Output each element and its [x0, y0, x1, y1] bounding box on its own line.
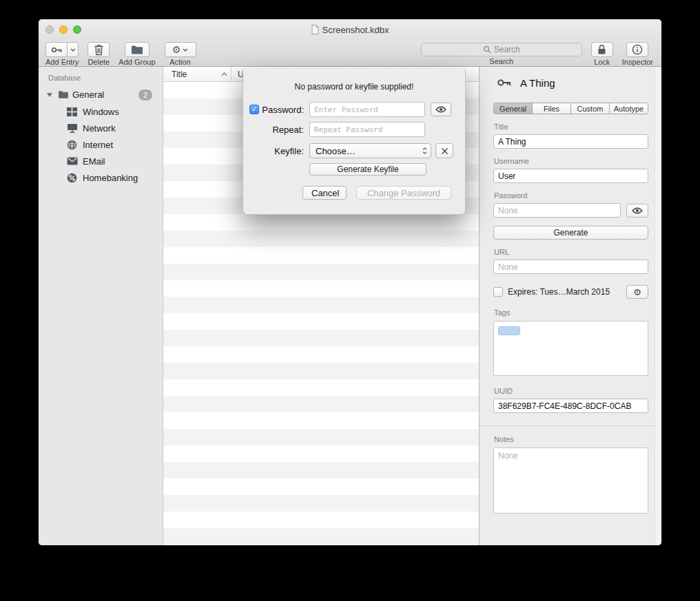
gear-icon: ⚙ [172, 45, 181, 54]
action-label: Action [169, 58, 191, 66]
expires-row: Expires: Tues…March 2015 ⚙ [493, 285, 648, 299]
password-row: ✓ Password: [243, 102, 465, 117]
search-icon [483, 45, 491, 54]
toolbar-item-action: ⚙ Action [165, 42, 196, 66]
action-button[interactable]: ⚙ [165, 42, 196, 57]
windows-icon [66, 107, 78, 116]
sidebar-item-email[interactable]: EMail [39, 153, 163, 169]
keyfile-label-group: Keyfile: [249, 146, 304, 156]
entry-title: A Thing [520, 77, 555, 89]
inspector-label: Inspector [622, 58, 653, 66]
repeat-label-group: Repeat: [249, 125, 304, 135]
key-icon [51, 44, 63, 56]
zoom-button[interactable] [73, 25, 81, 34]
password-field[interactable] [493, 203, 621, 218]
sidebar-item-internet[interactable]: Internet [39, 136, 163, 153]
inspector-panel: A Thing General Files Custom Autotype Ti… [479, 67, 661, 545]
uuid-field[interactable] [493, 399, 648, 413]
keyfile-popup-button[interactable]: Choose… [309, 143, 431, 158]
close-button[interactable] [45, 25, 54, 34]
tab-autotype[interactable]: Autotype [609, 103, 648, 114]
tag-chip[interactable] [498, 326, 520, 335]
entry-header: A Thing [493, 75, 648, 90]
sidebar-item-label: Homebanking [83, 173, 138, 183]
password-field-label: Password [494, 191, 648, 200]
minimize-button[interactable] [59, 25, 68, 34]
window-title-area: Screenshot.kdbx [39, 19, 661, 40]
sidebar-item-homebanking[interactable]: Homebanking [39, 169, 163, 186]
tab-files[interactable]: Files [532, 103, 570, 114]
inspector-toggle-button[interactable] [626, 42, 648, 57]
sheet-message: No password or keyfile supplied! [243, 69, 465, 92]
folder-plus-icon [131, 45, 143, 55]
add-entry-label: Add Entry [45, 58, 79, 66]
sidebar: Database General 2 Windows Network [39, 67, 163, 545]
cancel-button[interactable]: Cancel [302, 186, 347, 200]
sidebar-item-network[interactable]: Network [39, 120, 163, 136]
chevron-down-icon [183, 48, 188, 52]
inspector-scrollbar[interactable] [655, 67, 661, 545]
lock-label: Lock [594, 58, 610, 66]
tags-label: Tags [494, 308, 648, 317]
add-entry-button[interactable] [45, 42, 68, 57]
add-entry-dropdown-button[interactable] [67, 42, 79, 57]
toolbar-item-delete: Delete [88, 42, 110, 66]
url-field[interactable] [493, 260, 648, 274]
change-password-sheet: No password or keyfile supplied! ✓ Passw… [243, 69, 466, 215]
generate-password-button[interactable]: Generate [493, 226, 648, 240]
expires-options-button[interactable]: ⚙ [626, 285, 648, 299]
traffic-lights [45, 25, 81, 34]
repeat-password-field[interactable] [309, 122, 425, 137]
sheet-actions: Cancel Change Password [302, 186, 451, 200]
search-placeholder: Search [494, 45, 520, 54]
titlebar[interactable]: Screenshot.kdbx [39, 19, 661, 40]
expires-label: Expires: Tues…March 2015 [508, 287, 621, 297]
change-password-button[interactable]: Change Password [356, 186, 451, 200]
lock-button[interactable] [591, 42, 613, 57]
notes-field[interactable] [493, 447, 648, 514]
sidebar-item-windows[interactable]: Windows [39, 103, 163, 120]
toolbar-item-lock: Lock [591, 42, 613, 66]
search-label: Search [489, 57, 513, 65]
gear-icon: ⚙ [633, 288, 641, 297]
title-field[interactable] [493, 134, 648, 149]
toolbar-item-search: Search Search [421, 42, 582, 65]
sidebar-group-general[interactable]: General 2 [39, 86, 163, 103]
key-icon [497, 75, 512, 90]
inspector-tabs: General Files Custom Autotype [493, 103, 648, 114]
info-icon [632, 44, 643, 55]
password-checkbox[interactable]: ✓ [249, 105, 259, 114]
column-header-title[interactable]: Title [163, 67, 231, 81]
toolbar-item-inspector: Inspector [622, 42, 653, 66]
reveal-password-button[interactable] [431, 103, 451, 116]
title-field-label: Title [494, 123, 648, 131]
tab-general[interactable]: General [494, 103, 532, 114]
keyfile-popup-value: Choose… [316, 146, 422, 156]
expires-checkbox[interactable] [493, 287, 503, 297]
enter-password-field[interactable] [309, 102, 425, 117]
tab-custom[interactable]: Custom [570, 103, 609, 114]
clear-keyfile-button[interactable] [435, 143, 453, 158]
sheet-form: ✓ Password: Repeat: Keyfile: [243, 102, 465, 176]
sidebar-item-label: Internet [83, 140, 113, 150]
password-label-group: ✓ Password: [249, 105, 304, 115]
envelope-icon [66, 157, 78, 165]
sidebar-item-label: EMail [83, 156, 105, 167]
sidebar-item-label: Network [83, 123, 116, 134]
reveal-password-button[interactable] [626, 204, 648, 218]
globe-icon [66, 140, 78, 150]
check-icon: ✓ [251, 106, 257, 113]
disclosure-triangle-icon[interactable] [47, 93, 54, 97]
password-row [493, 203, 648, 218]
sidebar-item-label: Windows [83, 107, 119, 117]
stepper-icon [422, 147, 429, 154]
lock-icon [597, 44, 606, 55]
uuid-label: UUID [494, 387, 648, 395]
delete-button[interactable] [88, 42, 110, 57]
username-field[interactable] [493, 169, 648, 183]
add-group-button[interactable] [125, 42, 150, 57]
keyfile-label: Keyfile: [274, 146, 304, 156]
generate-keyfile-button[interactable]: Generate Keyfile [309, 163, 426, 176]
tags-field[interactable] [493, 321, 648, 376]
search-input[interactable]: Search [421, 43, 582, 56]
